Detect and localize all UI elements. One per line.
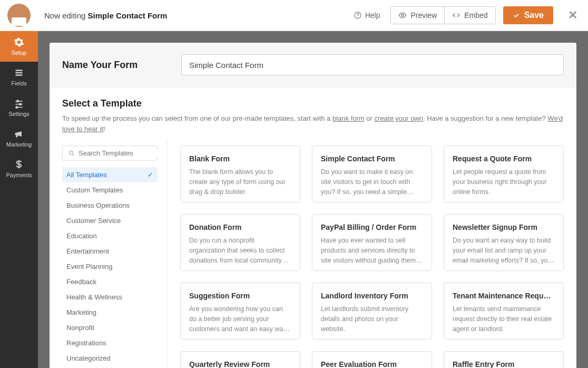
category-item[interactable]: All Templates✓: [62, 167, 158, 182]
form-name-input[interactable]: [181, 54, 564, 75]
svg-point-12: [69, 151, 73, 154]
template-card[interactable]: Simple Contact FormDo you want to make i…: [312, 146, 432, 202]
category-label: Customer Service: [66, 217, 121, 225]
category-item[interactable]: Education: [62, 228, 158, 244]
category-item[interactable]: Health & Wellness: [62, 289, 158, 305]
sidebar-item-marketing[interactable]: Marketing: [0, 123, 38, 153]
eye-icon: [398, 11, 407, 20]
category-item[interactable]: Business Operations: [62, 198, 158, 213]
template-sidebar: All Templates✓Custom TemplatesBusiness O…: [62, 139, 168, 368]
now-editing-label: Now editing Simple Contact Form: [44, 11, 167, 20]
template-card-desc: The blank form allows you to create any …: [189, 167, 291, 197]
category-label: Entertainment: [66, 247, 109, 255]
svg-point-11: [16, 106, 17, 108]
template-subtitle: To speed up the process you can select f…: [62, 113, 564, 134]
template-card[interactable]: Donation FormDo you run a nonprofit orga…: [180, 214, 300, 271]
template-card-desc: Do you want to make it easy on site visi…: [321, 167, 423, 197]
category-item[interactable]: Nonprofit: [62, 320, 158, 335]
content-area: Name Your Form Select a Template To spee…: [38, 31, 588, 368]
template-card[interactable]: Request a Quote FormLet people request a…: [444, 146, 564, 202]
template-card-title: Donation Form: [189, 223, 291, 231]
bullhorn-icon: [14, 129, 24, 139]
category-item[interactable]: Event Planning: [62, 259, 158, 274]
help-icon: [354, 11, 362, 20]
template-card[interactable]: Blank FormThe blank form allows you to c…: [180, 146, 300, 202]
svg-point-7: [17, 100, 18, 102]
category-label: Uncategorized: [66, 354, 111, 362]
preview-embed-group: Preview Embed: [390, 6, 495, 24]
template-card-title: Simple Contact Form: [321, 154, 423, 163]
app-logo: [0, 0, 38, 31]
template-card[interactable]: Tenant Maintenance Request FormLet tenan…: [444, 283, 564, 340]
category-label: Education: [66, 232, 97, 240]
svg-rect-5: [15, 74, 22, 76]
check-icon: ✓: [148, 171, 153, 179]
category-item[interactable]: Uncategorized: [62, 351, 158, 366]
category-label: Nonprofit: [66, 324, 94, 332]
sidebar-label: Settings: [8, 111, 30, 117]
sidebar-label: Fields: [11, 80, 26, 86]
editing-form-name: Simple Contact Form: [88, 11, 168, 20]
category-item[interactable]: Marketing: [62, 305, 158, 320]
save-button[interactable]: Save: [503, 6, 553, 24]
category-item[interactable]: Custom Templates: [62, 182, 158, 198]
close-button[interactable]: ✕: [568, 8, 577, 22]
name-form-label: Name Your Form: [62, 60, 168, 71]
now-editing-prefix: Now editing: [44, 11, 85, 20]
preview-label: Preview: [410, 11, 437, 20]
svg-point-9: [19, 103, 21, 105]
template-grid: Blank FormThe blank form allows you to c…: [168, 139, 564, 368]
template-card[interactable]: PayPal Billing / Order FormHave you ever…: [312, 214, 432, 271]
save-label: Save: [524, 11, 544, 20]
template-card[interactable]: Suggestion FormAre you wondering how you…: [180, 283, 300, 340]
blank-form-link[interactable]: blank form: [332, 114, 365, 122]
sidebar-item-settings[interactable]: Settings: [0, 92, 38, 123]
category-item[interactable]: Feedback: [62, 274, 158, 289]
sidebar-item-setup[interactable]: Setup: [0, 31, 38, 62]
category-label: Business Operations: [66, 201, 130, 209]
template-card-desc: Have you ever wanted to sell products an…: [321, 236, 423, 265]
help-link[interactable]: Help: [354, 11, 380, 20]
create-your-own-link[interactable]: create your own: [375, 114, 424, 122]
template-card-title: Request a Quote Form: [453, 154, 555, 163]
template-card-title: Tenant Maintenance Request Form: [453, 292, 555, 300]
code-icon: [452, 11, 460, 20]
sidebar: Setup Fields Settings Marketing Payments: [0, 31, 38, 368]
help-label: Help: [365, 11, 380, 20]
template-header: Select a Template To speed up the proces…: [50, 88, 576, 139]
category-item[interactable]: Customer Service: [62, 213, 158, 228]
template-card[interactable]: Landlord Inventory FormLet landlords sub…: [312, 283, 432, 340]
category-item[interactable]: Entertainment: [62, 244, 158, 259]
sidebar-label: Payments: [6, 172, 32, 178]
category-label: Event Planning: [66, 263, 112, 270]
check-icon: [513, 12, 520, 19]
template-card[interactable]: Newsletter Signup FormDo you want an eas…: [444, 214, 564, 271]
category-label: Registrations: [66, 339, 106, 347]
search-templates-input[interactable]: [79, 149, 167, 157]
template-card-title: Blank Form: [189, 154, 291, 163]
dollar-icon: [14, 159, 24, 170]
template-card-title: Newsletter Signup Form: [453, 223, 555, 231]
svg-rect-3: [15, 70, 22, 71]
preview-button[interactable]: Preview: [391, 7, 444, 24]
svg-point-2: [401, 14, 404, 16]
svg-point-1: [357, 17, 358, 17]
template-card[interactable]: Quarterly Review FormLet managers and su…: [180, 351, 300, 368]
gear-icon: [14, 37, 24, 47]
template-card-title: Landlord Inventory Form: [321, 292, 423, 300]
template-card[interactable]: Raffle Entry FormPublish this form to ge…: [444, 351, 564, 368]
embed-button[interactable]: Embed: [444, 7, 495, 24]
template-card-desc: Are you wondering how you can do a bette…: [189, 304, 291, 334]
sidebar-item-payments[interactable]: Payments: [0, 153, 38, 184]
template-card[interactable]: Peer Evaluation FormGet peer performance…: [312, 351, 432, 368]
template-card-title: Quarterly Review Form: [189, 360, 291, 368]
sidebar-item-fields[interactable]: Fields: [0, 62, 38, 92]
sidebar-label: Marketing: [6, 141, 32, 148]
search-templates-wrap[interactable]: [62, 146, 158, 161]
setup-panel: Name Your Form Select a Template To spee…: [50, 43, 576, 368]
topbar-actions: Help Preview Embed Save ✕: [354, 6, 577, 24]
category-label: Custom Templates: [66, 186, 123, 194]
svg-rect-4: [15, 72, 22, 74]
template-card-desc: Let people request a quote from your bus…: [453, 167, 555, 197]
category-item[interactable]: Registrations: [62, 335, 158, 351]
